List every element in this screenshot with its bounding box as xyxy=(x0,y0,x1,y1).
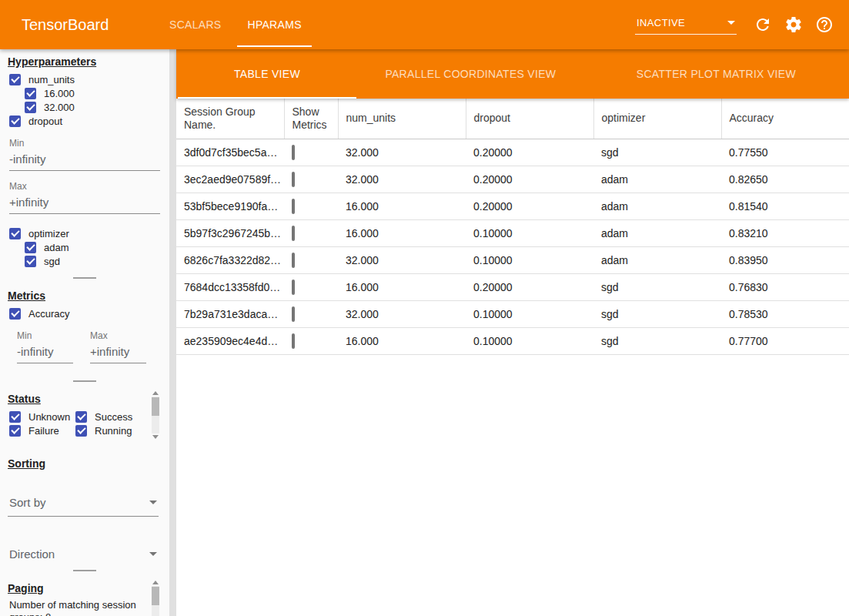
scrollbar-thumb[interactable] xyxy=(152,587,159,605)
paging-scrollbar[interactable] xyxy=(152,581,159,616)
tab-table-view[interactable]: TABLE VIEW xyxy=(176,49,358,99)
tab-parallel-coordinates-view[interactable]: PARALLEL COORDINATES VIEW xyxy=(358,49,583,99)
cell-dropout: 0.10000 xyxy=(466,327,593,354)
status-unknown-label: Unknown xyxy=(28,411,70,423)
checkbox-checked-icon xyxy=(9,74,21,85)
app-bar: TensorBoard SCALARS HPARAMS INACTIVE xyxy=(0,0,849,49)
status-unknown-checkbox[interactable]: Unknown xyxy=(9,410,75,424)
cell-dropout: 0.10000 xyxy=(466,246,593,273)
scroll-up-icon[interactable] xyxy=(152,581,159,584)
show-metrics-checkbox[interactable] xyxy=(292,333,295,349)
cell-dropout: 0.20000 xyxy=(466,273,593,300)
sort-by-value: Sort by xyxy=(9,496,46,509)
column-header-session-group-name[interactable]: Session Group Name. xyxy=(176,99,284,139)
dropout-min-input[interactable] xyxy=(9,149,160,171)
show-metrics-checkbox[interactable] xyxy=(292,306,295,322)
status-failure-checkbox[interactable]: Failure xyxy=(9,424,75,437)
checkbox-checked-icon xyxy=(75,425,87,437)
table-row: 5b97f3c2967245b… 16.000 0.10000 adam 0.8… xyxy=(176,219,849,246)
cell-accuracy: 0.81540 xyxy=(721,192,849,219)
paging-heading: Paging xyxy=(8,582,169,594)
cell-accuracy: 0.83210 xyxy=(721,219,849,246)
dropout-min-label: Min xyxy=(9,138,169,149)
status-heading: Status xyxy=(8,393,169,405)
hparam-optimizer-label: optimizer xyxy=(28,228,69,239)
cell-session-group-name: 7684dcc13358fd0… xyxy=(176,273,284,300)
metric-max-input[interactable] xyxy=(90,342,146,363)
cell-optimizer: sgd xyxy=(593,273,721,300)
show-metrics-checkbox[interactable] xyxy=(292,280,295,295)
checkbox-checked-icon xyxy=(75,411,87,423)
optimizer-value-sgd-checkbox[interactable]: sgd xyxy=(25,254,169,268)
help-icon xyxy=(815,15,834,34)
cell-optimizer: adam xyxy=(593,246,721,273)
table-row: 7684dcc13358fd0… 16.000 0.20000 sgd 0.76… xyxy=(176,273,849,300)
refresh-button[interactable] xyxy=(747,9,778,40)
cell-optimizer: adam xyxy=(593,192,721,219)
column-header-optimizer[interactable]: optimizer xyxy=(593,99,721,139)
optimizer-value-adam-label: adam xyxy=(44,242,69,253)
metric-accuracy-checkbox[interactable]: Accuracy xyxy=(9,306,169,320)
dropout-max-input[interactable] xyxy=(9,192,160,214)
cell-session-group-name: ae235909ec4e4d… xyxy=(176,327,284,354)
tab-scalars[interactable]: SCALARS xyxy=(156,0,234,49)
optimizer-value-adam-checkbox[interactable]: adam xyxy=(25,240,169,254)
scrollbar-track[interactable] xyxy=(152,586,159,616)
cell-dropout: 0.20000 xyxy=(466,192,593,219)
cell-num-units: 16.000 xyxy=(338,327,466,354)
cell-session-group-name: 53bf5bece9190fa… xyxy=(176,192,284,219)
settings-button[interactable] xyxy=(778,9,809,40)
session-groups-table: Session Group Name. Show Metrics num_uni… xyxy=(176,99,849,355)
checkbox-checked-icon xyxy=(9,411,21,423)
status-running-checkbox[interactable]: Running xyxy=(75,424,148,437)
cell-session-group-name: 6826c7fa3322d82… xyxy=(176,246,284,273)
reload-status-select[interactable]: INACTIVE xyxy=(635,15,737,35)
hparam-num-units-checkbox[interactable]: num_units xyxy=(9,72,169,86)
column-header-num-units[interactable]: num_units xyxy=(338,99,466,139)
status-success-checkbox[interactable]: Success xyxy=(75,410,148,424)
cell-num-units: 16.000 xyxy=(338,219,466,246)
cell-session-group-name: 3df0d7cf35bec5a… xyxy=(176,139,284,166)
metrics-heading: Metrics xyxy=(8,290,169,302)
metric-accuracy-label: Accuracy xyxy=(28,308,69,320)
column-header-dropout[interactable]: dropout xyxy=(466,99,593,139)
table-row: 3ec2aed9e07589f… 32.000 0.20000 adam 0.8… xyxy=(176,166,849,192)
scroll-up-icon[interactable] xyxy=(152,391,159,395)
show-metrics-checkbox[interactable] xyxy=(292,226,295,241)
cell-num-units: 32.000 xyxy=(338,166,466,192)
cell-accuracy: 0.83950 xyxy=(721,246,849,273)
tab-scatter-plot-matrix-view[interactable]: SCATTER PLOT MATRIX VIEW xyxy=(583,49,849,99)
show-metrics-checkbox[interactable] xyxy=(292,253,295,268)
sort-by-select[interactable]: Sort by xyxy=(8,491,159,517)
column-header-accuracy[interactable]: Accuracy xyxy=(721,99,849,139)
tab-hparams[interactable]: HPARAMS xyxy=(234,0,314,49)
hparam-dropout-checkbox[interactable]: dropout xyxy=(9,114,169,128)
matching-session-groups-text: Number of matching session groups: 8 xyxy=(9,599,148,616)
status-scrollbar[interactable] xyxy=(152,391,159,439)
scrollbar-thumb[interactable] xyxy=(152,397,159,416)
scroll-down-icon[interactable] xyxy=(152,435,159,439)
help-button[interactable] xyxy=(809,9,840,40)
cell-num-units: 32.000 xyxy=(338,139,466,166)
section-resize-handle[interactable] xyxy=(0,273,169,283)
scrollbar-track[interactable] xyxy=(152,397,159,434)
metric-min-input[interactable] xyxy=(17,342,73,363)
section-resize-handle[interactable] xyxy=(0,565,169,576)
column-header-show-metrics[interactable]: Show Metrics xyxy=(284,99,338,139)
metric-max-label: Max xyxy=(90,330,163,341)
section-resize-handle[interactable] xyxy=(0,376,169,387)
checkbox-checked-icon xyxy=(25,242,36,253)
show-metrics-checkbox[interactable] xyxy=(292,145,295,160)
num-units-value-32-checkbox[interactable]: 32.000 xyxy=(25,100,169,114)
show-metrics-checkbox[interactable] xyxy=(292,172,295,187)
direction-select[interactable]: Direction xyxy=(8,543,159,565)
show-metrics-checkbox[interactable] xyxy=(292,199,295,214)
checkbox-checked-icon xyxy=(25,88,36,99)
sorting-heading: Sorting xyxy=(8,457,169,470)
num-units-value-16-checkbox[interactable]: 16.000 xyxy=(25,86,169,100)
hparam-optimizer-checkbox[interactable]: optimizer xyxy=(9,226,169,240)
page-content: Hyperparameters num_units 16.000 32.000 … xyxy=(0,49,849,616)
cell-accuracy: 0.77700 xyxy=(721,327,849,354)
table-row: 6826c7fa3322d82… 32.000 0.10000 adam 0.8… xyxy=(176,246,849,273)
app-title: TensorBoard xyxy=(0,0,135,49)
